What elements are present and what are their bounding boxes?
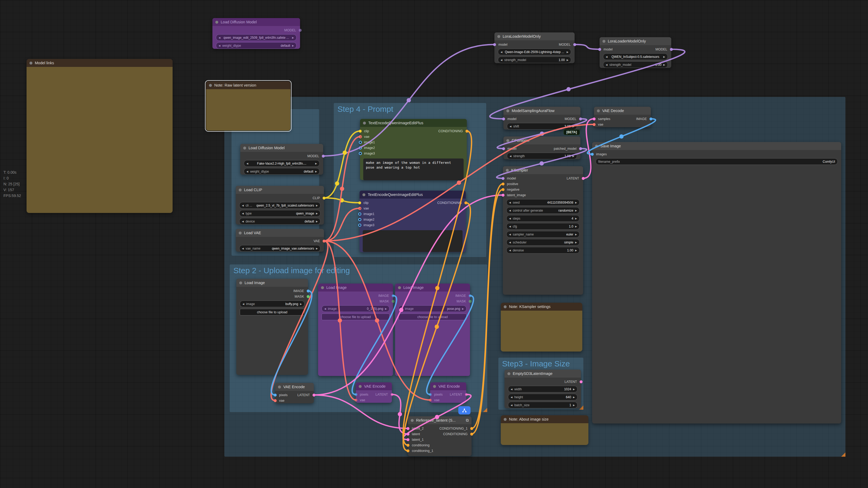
combo-right-arrow-icon[interactable]: ▶	[663, 56, 665, 58]
combo-left-arrow-icon[interactable]: ◀	[509, 241, 511, 244]
output-port-LATENT[interactable]	[391, 393, 394, 396]
node-load_image[interactable]: Load ImageIMAGEMASK◀imagebuffy.png▶choos…	[236, 279, 308, 375]
combo-right-arrow-icon[interactable]: ▶	[663, 63, 665, 66]
input-port-latent[interactable]	[406, 432, 409, 435]
widget-button[interactable]: choose file to upload	[399, 313, 467, 320]
output-port-IMAGE[interactable]	[649, 117, 652, 120]
input-port-clip[interactable]	[359, 129, 362, 132]
input-port-vae[interactable]	[358, 207, 361, 210]
collapse-dot-icon[interactable]	[239, 232, 242, 235]
input-port-pixels[interactable]	[274, 394, 277, 396]
collapse-dot-icon[interactable]	[209, 84, 212, 87]
node-empty_latent[interactable]: EmptySD3LatentImageLATENT◀width1024▶◀hei…	[504, 370, 581, 408]
collapse-dot-icon[interactable]	[433, 385, 436, 388]
group-title[interactable]: Step 2 - Upload image for editing	[234, 266, 350, 275]
widget-value[interactable]: ◀Qwen-Image-Edit-2509-Lightning-4step ..…	[498, 49, 571, 55]
combo-right-arrow-icon[interactable]: ▶	[575, 241, 577, 244]
node-lora2[interactable]: LoraLoaderModelOnlymodelMODEL◀QWEN_InSub…	[599, 37, 671, 68]
combo-right-arrow-icon[interactable]: ▶	[300, 303, 302, 305]
input-port-model[interactable]	[598, 48, 601, 51]
note-ksampler-settings[interactable]: Note: KSampler settings	[501, 303, 582, 352]
widget-image[interactable]: ◀image0_1 (5).png▶	[321, 305, 390, 312]
input-port-image2[interactable]	[359, 146, 362, 150]
group-resize-handle[interactable]	[483, 408, 487, 412]
input-port-image2[interactable]	[358, 218, 361, 221]
widget-value[interactable]: ◀Fake-Vace2.2-High_fp8_e4m3fn....▶	[244, 160, 320, 167]
collapse-dot-icon[interactable]	[602, 40, 606, 43]
widget-filename_prefix[interactable]: filename_prefixComfyUI	[596, 158, 838, 165]
collapse-dot-icon[interactable]	[507, 372, 510, 375]
combo-right-arrow-icon[interactable]: ▶	[315, 170, 317, 173]
note-model-links[interactable]: Model links	[27, 59, 173, 213]
combo-right-arrow-icon[interactable]: ▶	[462, 307, 464, 310]
output-port-MODEL[interactable]	[579, 117, 582, 120]
combo-left-arrow-icon[interactable]: ◀	[242, 303, 244, 305]
node-header[interactable]: LoraLoaderModelOnly	[494, 32, 575, 40]
node-load_clip[interactable]: Load CLIPCLIP◀cli ...qwen_2.5_vl_7b_fp8_…	[236, 186, 324, 224]
input-port-latent_image[interactable]	[502, 193, 504, 196]
combo-left-arrow-icon[interactable]: ◀	[606, 63, 608, 66]
output-port-IMAGE[interactable]	[392, 294, 395, 297]
node-vae_encode[interactable]: VAE EncodepixelsLATENTvae	[275, 383, 314, 403]
node-te_positive[interactable]: TextEncodeQwenImageEditPlusclipCONDITION…	[360, 119, 467, 180]
input-port-latent_2[interactable]	[406, 427, 409, 430]
node-reference_latent[interactable]: Reference_lantent (S...⧉latent_2CONDITIO…	[408, 416, 472, 456]
input-port-model[interactable]	[493, 43, 496, 46]
prompt-textarea[interactable]: make an image of the woman in a differen…	[363, 158, 464, 180]
widget-vae_name[interactable]: ◀vae_nameqwen_image_vae.safetensors▶	[239, 245, 320, 252]
combo-left-arrow-icon[interactable]: ◀	[509, 209, 511, 212]
combo-left-arrow-icon[interactable]: ◀	[500, 59, 502, 61]
widget-steps[interactable]: ◀steps4▶	[506, 215, 580, 222]
collapse-dot-icon[interactable]	[215, 21, 218, 24]
link-midpoint-dot[interactable]	[566, 87, 570, 91]
combo-right-arrow-icon[interactable]: ▶	[575, 201, 577, 204]
input-port-image1[interactable]	[359, 141, 362, 144]
input-port-model[interactable]	[502, 117, 505, 120]
output-port-IMAGE[interactable]	[307, 289, 310, 292]
prompt-textarea[interactable]	[363, 230, 463, 252]
input-port-image3[interactable]	[358, 223, 361, 227]
widget-denoise[interactable]: ◀denoise1.00▶	[506, 247, 580, 253]
input-port-pixels[interactable]	[354, 393, 358, 396]
node-header[interactable]: VAE Encode	[275, 383, 314, 391]
combo-left-arrow-icon[interactable]: ◀	[242, 247, 244, 250]
collapse-dot-icon[interactable]	[239, 188, 242, 191]
node-header[interactable]: TextEncodeQwenImageEditPlus	[360, 119, 467, 127]
output-port-CONDITIONING[interactable]	[464, 201, 467, 204]
node-header[interactable]: VAE Encode	[430, 382, 466, 390]
combo-left-arrow-icon[interactable]: ◀	[509, 155, 512, 157]
combo-right-arrow-icon[interactable]: ▶	[316, 212, 318, 215]
widget-device[interactable]: ◀devicedefault▶	[239, 218, 320, 224]
node-header[interactable]: Load Image	[318, 283, 393, 292]
widget-button[interactable]: choose file to upload	[321, 313, 390, 320]
combo-right-arrow-icon[interactable]: ▶	[575, 249, 577, 252]
widget-scheduler[interactable]: ◀schedulersimple▶	[506, 239, 580, 246]
combo-left-arrow-icon[interactable]: ◀	[510, 396, 513, 399]
output-port-CONDITIONING[interactable]	[470, 432, 473, 435]
node-header[interactable]: CFGNorm	[503, 136, 581, 145]
widget-image[interactable]: ◀imagebuffy.png▶	[240, 301, 305, 307]
input-port-samples[interactable]	[593, 117, 596, 120]
combo-left-arrow-icon[interactable]: ◀	[509, 217, 511, 220]
input-port-clip[interactable]	[358, 201, 361, 204]
node-load_diff_byp[interactable]: Load Diffusion ModelMODEL◀qwen_image_edi…	[212, 18, 300, 49]
input-port-latent_1[interactable]	[406, 438, 409, 441]
combo-left-arrow-icon[interactable]: ◀	[509, 125, 512, 128]
widget-cfg[interactable]: ◀cfg1.0▶	[506, 223, 580, 230]
combo-right-arrow-icon[interactable]: ▶	[573, 404, 575, 406]
collapse-dot-icon[interactable]	[398, 286, 401, 289]
node-ksampler[interactable]: KSamplermodelLATENTpositivenegativelaten…	[503, 166, 583, 295]
node-header[interactable]: KSampler	[503, 166, 583, 174]
input-port-vae[interactable]	[359, 135, 362, 138]
output-port-LATENT[interactable]	[580, 380, 583, 383]
node-lora1[interactable]: LoraLoaderModelOnlymodelMODEL◀Qwen-Image…	[494, 32, 575, 63]
combo-left-arrow-icon[interactable]: ◀	[219, 44, 220, 47]
note-header[interactable]: Note: Raw latent version	[206, 81, 290, 89]
output-port-MASK[interactable]	[392, 300, 395, 303]
collapse-dot-icon[interactable]	[321, 286, 324, 289]
node-header[interactable]: TextEncodeQwenImageEditPlus	[360, 191, 466, 199]
widget-type[interactable]: ◀typeqwen_image▶	[239, 210, 320, 217]
widget-strength_model[interactable]: ◀strength_model1.00▶	[498, 57, 571, 63]
combo-right-arrow-icon[interactable]: ▶	[316, 204, 318, 207]
note-header[interactable]: Note: About image size	[501, 415, 588, 423]
